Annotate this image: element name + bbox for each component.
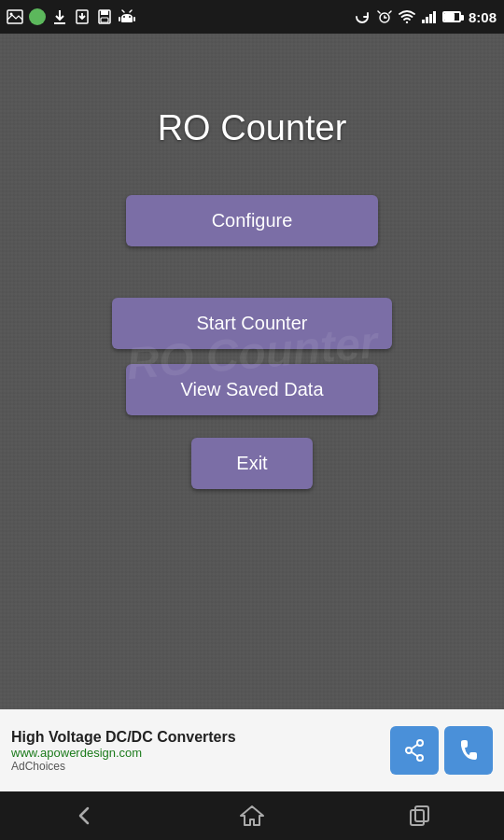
ad-share-button[interactable] <box>390 726 439 775</box>
recents-button[interactable] <box>392 791 448 840</box>
svg-line-10 <box>130 10 132 12</box>
svg-line-9 <box>122 10 124 12</box>
status-bar: 8:08 <box>0 0 504 34</box>
wifi-icon <box>398 7 416 26</box>
signal-icon <box>420 7 439 26</box>
svg-line-16 <box>378 11 380 13</box>
svg-point-7 <box>123 16 125 18</box>
image-icon <box>6 7 24 26</box>
android-icon <box>118 7 136 26</box>
download-icon2 <box>73 7 91 26</box>
svg-rect-6 <box>101 18 108 22</box>
main-content: RO Counter RO Counter Configure Start Co… <box>0 34 504 709</box>
svg-line-26 <box>412 745 418 749</box>
svg-rect-30 <box>415 806 428 821</box>
ad-action-buttons <box>390 726 493 775</box>
svg-line-17 <box>389 11 391 13</box>
green-circle-icon <box>28 7 47 26</box>
status-time: 8:08 <box>469 9 497 25</box>
svg-point-8 <box>129 16 131 18</box>
ad-title: High Voltage DC/DC Converters <box>11 729 390 746</box>
ad-call-button[interactable] <box>444 726 493 775</box>
ad-url: www.apowerdesign.com <box>11 746 390 760</box>
svg-rect-21 <box>429 14 432 23</box>
status-icons-right: 8:08 <box>353 7 497 26</box>
rotate-icon <box>353 7 371 26</box>
start-counter-button[interactable]: Start Counter <box>112 298 392 349</box>
view-saved-data-button[interactable]: View Saved Data <box>126 364 378 415</box>
nav-bar <box>0 791 504 840</box>
exit-button[interactable]: Exit <box>191 438 313 489</box>
svg-point-18 <box>406 21 408 23</box>
battery-icon <box>442 7 461 26</box>
svg-line-27 <box>412 752 418 757</box>
svg-rect-5 <box>101 10 108 15</box>
save-icon <box>95 7 114 26</box>
ad-choices: AdChoices <box>11 760 390 773</box>
svg-rect-22 <box>433 11 436 23</box>
svg-rect-29 <box>411 810 424 825</box>
alarm-icon <box>375 7 394 26</box>
download-icon <box>50 7 69 26</box>
status-icons-left <box>6 7 136 26</box>
ad-banner: High Voltage DC/DC Converters www.apower… <box>0 709 504 791</box>
svg-rect-20 <box>426 17 428 23</box>
back-button[interactable] <box>56 791 112 840</box>
configure-button[interactable]: Configure <box>126 195 378 246</box>
ad-text-block: High Voltage DC/DC Converters www.apower… <box>11 729 390 773</box>
app-title: RO Counter <box>158 108 347 148</box>
svg-marker-28 <box>241 806 263 825</box>
svg-rect-19 <box>422 20 425 23</box>
home-button[interactable] <box>224 791 280 840</box>
